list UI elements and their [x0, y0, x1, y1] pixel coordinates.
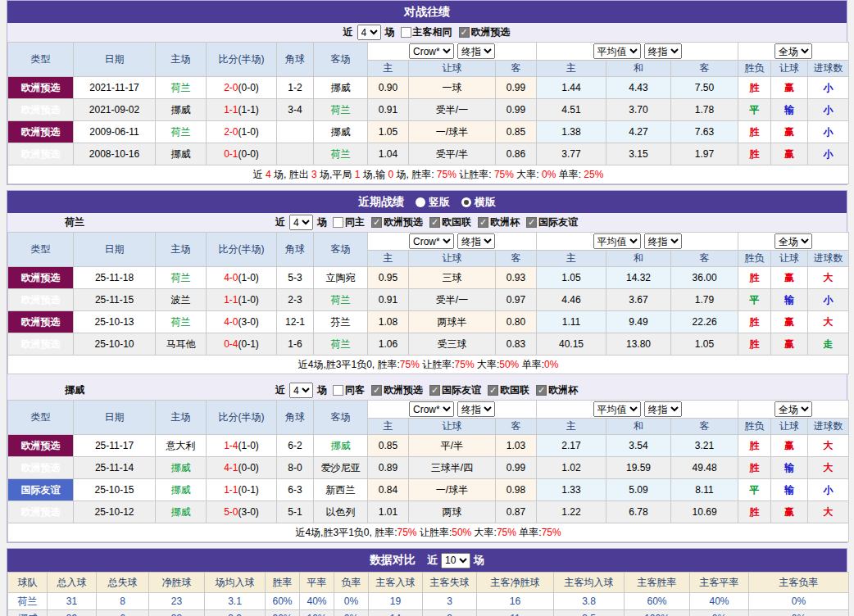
result-goals-cell: 小 [808, 143, 849, 165]
euro-odds-group: 平均值终指 [537, 43, 738, 61]
summary-row: 近4场,胜3平1负0, 胜率:75% 让胜率:50% 大率:75% 单率:75% [8, 523, 849, 542]
compare-column-header: 平率 [300, 573, 334, 593]
radio-icon[interactable] [461, 197, 471, 207]
games-label: 场 [317, 215, 327, 229]
euro-stage-select[interactable]: 终指 [644, 233, 682, 249]
date-cell: 2008-10-16 [74, 143, 156, 165]
summary-row: 近 4 场, 胜出 3 场,平局 1 场,输 0 场, 胜率: 75% 让胜率:… [8, 165, 849, 184]
odds-provider-select[interactable]: Crow* [409, 401, 454, 417]
column-header: 类型 [8, 43, 74, 77]
compare-column-header: 主客净胜球 [477, 573, 554, 593]
near-count-select[interactable]: 4 [289, 215, 313, 230]
match-type-cell: 欧洲预选 [8, 99, 74, 121]
corner-cell [277, 143, 314, 165]
sub-column-header: 主 [537, 61, 606, 77]
euro-stage-select[interactable]: 终指 [644, 401, 682, 417]
compare-table: 球队总入球总失球净胜球场均入球胜率平率负率主客入球主客失球主客净胜球主客均入球主… [7, 572, 849, 616]
compare-value-cell: 3.1 [205, 593, 266, 610]
checkbox-checked-icon[interactable]: ✓ [536, 385, 547, 396]
euro-away-odds-cell: 22.26 [671, 311, 738, 333]
result-wdl-cell: 平 [738, 289, 771, 311]
scope-select[interactable]: 全场 [775, 401, 812, 417]
recent-section: 近期战绩 竖版横版 荷兰近4场同主✓欧洲预选✓欧国联✓欧洲杯✓国际友谊类型日期主… [7, 190, 847, 543]
checkbox-checked-icon[interactable]: ✓ [429, 385, 440, 396]
recent-titlebar: 近期战绩 竖版横版 [7, 191, 847, 213]
radio-label: 横版 [475, 195, 496, 210]
match-type-cell: 欧洲预选 [8, 457, 74, 479]
summary-text: 近4场,胜3平1负0, 胜率:75% 让胜率:75% 大率:50% 单率:0% [8, 356, 849, 374]
checkbox-checked-icon[interactable]: ✓ [429, 217, 440, 228]
near-count-select[interactable]: 4 [357, 25, 381, 40]
result-handicap-cell: 赢 [771, 267, 808, 289]
handicap-away-odds-cell: 1.03 [496, 435, 537, 457]
home-team-cell: 意大利 [156, 435, 207, 457]
compare-value-cell: 11 [477, 610, 554, 616]
euro-draw-odds-cell: 14.32 [606, 267, 671, 289]
result-wdl-cell: 胜 [738, 333, 771, 356]
match-row: 国际友谊25-10-15挪威1-1(0-1)6-3新西兰0.84一/球半0.98… [8, 479, 849, 501]
home-team-cell: 马耳他 [156, 333, 207, 356]
odds-provider-select[interactable]: Crow* [409, 233, 454, 249]
euro-provider-select[interactable]: 平均值 [593, 43, 641, 59]
euro-home-odds-cell: 4.46 [537, 289, 606, 311]
radio-icon[interactable] [416, 197, 425, 207]
euro-provider-select[interactable]: 平均值 [593, 401, 641, 417]
compare-value-cell: 19 [369, 593, 423, 610]
compare-near-select[interactable]: 10 [441, 553, 470, 568]
result-wdl-cell: 胜 [738, 311, 771, 333]
odds-stage-select[interactable]: 终指 [457, 401, 495, 417]
checkbox-checked-icon[interactable]: ✓ [371, 217, 382, 228]
near-label: 近 [275, 215, 285, 229]
euro-away-odds-cell: 1.79 [671, 289, 738, 311]
away-team-cell: 立陶宛 [314, 267, 368, 289]
scope-select[interactable]: 全场 [775, 43, 812, 59]
scope-select[interactable]: 全场 [775, 233, 812, 249]
checkbox-unchecked-icon[interactable] [333, 217, 343, 228]
filter-checkbox-label: 同主 [345, 215, 365, 229]
result-goals-cell: 小 [808, 289, 849, 311]
handicap-odds-group: Crow*终指 [368, 401, 537, 419]
odds-provider-select[interactable]: Crow* [409, 43, 454, 59]
handicap-home-odds-cell: 1.05 [368, 121, 409, 143]
euro-provider-select[interactable]: 平均值 [593, 233, 641, 249]
euro-draw-odds-cell: 6.78 [606, 501, 671, 523]
result-handicap-cell: 输 [771, 99, 808, 121]
checkbox-checked-icon[interactable]: ✓ [459, 27, 470, 38]
checkbox-checked-icon[interactable]: ✓ [488, 385, 498, 396]
sub-column-header: 客 [671, 419, 738, 435]
result-goals-cell: 走 [808, 333, 849, 356]
layout-radio-vertical[interactable]: 竖版 [416, 195, 450, 210]
sub-column-header: 进球数 [808, 251, 849, 267]
compare-value-cell: 31 [48, 593, 97, 610]
checkbox-checked-icon[interactable]: ✓ [478, 217, 488, 228]
checkbox-unchecked-icon[interactable] [333, 385, 343, 396]
checkbox-checked-icon[interactable]: ✓ [371, 385, 382, 396]
checkbox-unchecked-icon[interactable] [401, 27, 411, 38]
result-wdl-cell: 胜 [738, 457, 771, 479]
checkbox-checked-icon[interactable]: ✓ [526, 217, 537, 228]
match-type-cell: 欧洲预选 [8, 143, 74, 165]
compare-column-header: 主客失球 [423, 573, 477, 593]
games-label: 场 [474, 553, 484, 568]
score-cell: 2-0(1-0) [207, 121, 277, 143]
euro-stage-select[interactable]: 终指 [644, 43, 682, 59]
column-header: 客场 [314, 401, 368, 435]
home-team-cell: 荷兰 [156, 311, 207, 333]
date-cell: 2009-06-11 [74, 121, 156, 143]
match-row: 欧洲预选25-10-10马耳他0-4(0-1)1-6荷兰1.06受三球0.834… [8, 333, 849, 356]
score-cell: 2-0(0-0) [207, 77, 277, 99]
compare-value-cell: 0% [334, 593, 369, 610]
compare-row: 挪威396333.990%10%0%143113.5100%0%0% [8, 610, 849, 616]
match-type-cell: 欧洲预选 [8, 77, 74, 99]
h2h-block: 近4场主客相同✓欧洲预选类型日期主场比分(半场)角球客场Crow*终指平均值终指… [7, 23, 847, 184]
result-handicap-cell: 赢 [771, 311, 808, 333]
compare-value-cell: 14 [369, 610, 423, 616]
near-count-select[interactable]: 4 [289, 383, 313, 398]
odds-stage-select[interactable]: 终指 [457, 43, 495, 59]
score-cell: 1-1(1-1) [207, 99, 277, 121]
layout-radio-horizontal[interactable]: 横版 [461, 195, 496, 210]
date-cell: 25-10-13 [74, 311, 156, 333]
odds-stage-select[interactable]: 终指 [457, 233, 495, 249]
result-group: 全场 [738, 233, 849, 251]
date-cell: 25-10-10 [74, 333, 156, 356]
